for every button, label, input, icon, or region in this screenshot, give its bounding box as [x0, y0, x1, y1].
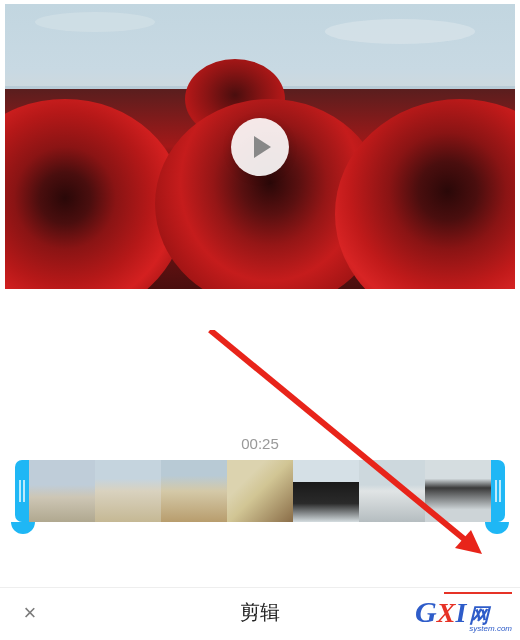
- cloud: [35, 12, 155, 32]
- watermark-domain: system.com: [469, 625, 512, 633]
- frame-thumbnail: [29, 460, 95, 522]
- cloud: [325, 19, 475, 44]
- time-label: 00:25: [0, 435, 520, 452]
- rose-image: [335, 99, 515, 289]
- trim-handle-right[interactable]: [491, 460, 505, 522]
- editor-panel: 00:25: [0, 435, 520, 522]
- trim-handle-left[interactable]: [15, 460, 29, 522]
- watermark-text: 网: [469, 605, 512, 625]
- frame-thumbnail: [161, 460, 227, 522]
- watermark-x: X: [437, 597, 456, 629]
- frame-thumbnail: [425, 460, 491, 522]
- watermark-g: G: [415, 595, 437, 629]
- frame-thumbnail: [359, 460, 425, 522]
- timeline[interactable]: [15, 460, 505, 522]
- play-icon: [254, 136, 271, 158]
- svg-marker-1: [455, 530, 482, 554]
- timeline-frames[interactable]: [29, 460, 491, 522]
- frame-thumbnail: [227, 460, 293, 522]
- play-button[interactable]: [231, 118, 289, 176]
- frame-thumbnail: [95, 460, 161, 522]
- watermark-line: [444, 592, 512, 594]
- trim-knob-left[interactable]: [11, 522, 35, 534]
- trim-knob-right[interactable]: [485, 522, 509, 534]
- video-preview: [5, 4, 515, 289]
- watermark: G X I 网 system.com: [415, 595, 512, 633]
- watermark-i: I: [455, 597, 466, 629]
- frame-thumbnail: [293, 460, 359, 522]
